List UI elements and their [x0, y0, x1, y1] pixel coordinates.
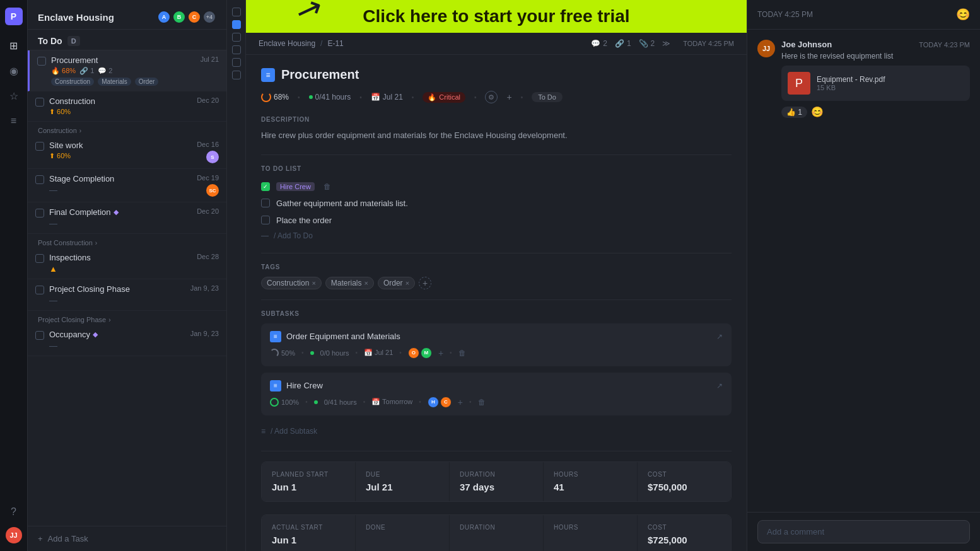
task-item-inspections[interactable]: Inspections ▲ Dec 28: [28, 248, 226, 279]
d-col-checkbox-2[interactable]: [232, 20, 241, 29]
attachment-thumb-0: P: [788, 72, 810, 95]
project-name: Enclave Housing: [38, 12, 114, 23]
detail-progress: 68%: [261, 92, 289, 102]
subtask-add-1[interactable]: +: [458, 397, 463, 407]
comment-input[interactable]: [757, 520, 970, 543]
nav-help-icon[interactable]: ?: [4, 502, 24, 522]
expand-icon[interactable]: ≫: [662, 39, 670, 48]
subtask-del-1[interactable]: 🗑: [478, 398, 486, 407]
duration-value: 37 days: [460, 482, 533, 492]
tag-construction[interactable]: Construction: [51, 78, 94, 86]
tag-materials[interactable]: Materials: [98, 78, 131, 86]
add-todo-placeholder[interactable]: / Add To Do: [274, 231, 313, 240]
tag-close-construction[interactable]: ×: [312, 279, 315, 287]
attachment-card-0[interactable]: P Equipment - Rev.pdf 15 KB: [781, 66, 970, 101]
task-checkbox-occupancy[interactable]: [35, 331, 44, 340]
tag-add-button[interactable]: +: [419, 277, 431, 289]
add-todo-row[interactable]: — / Add To Do: [261, 229, 732, 243]
subtask-progress-1: 100%: [270, 398, 299, 407]
nav-home-icon[interactable]: ⊞: [4, 35, 24, 55]
reaction-thumbsup[interactable]: 👍 1: [781, 107, 807, 118]
todo-list: ✓ Hire Crew 🗑 Gather equipment and mater…: [261, 178, 732, 243]
cta-banner[interactable]: ↗ Click here to start your free trial: [246, 0, 747, 33]
d-col-checkbox-5[interactable]: [232, 58, 241, 67]
comment-panel-header: TODAY 4:25 PM 😊: [747, 0, 980, 30]
todo-item-0: ✓ Hire Crew 🗑: [261, 178, 732, 195]
task-item-closing-phase[interactable]: Project Closing Phase — Jan 9, 23: [28, 279, 226, 311]
todo-check-2[interactable]: [261, 216, 270, 224]
task-checkbox-construction[interactable]: [35, 98, 44, 107]
todo-check-1[interactable]: [261, 199, 270, 207]
actual-cost-label: COST: [648, 524, 721, 531]
todo-list-label: TO DO LIST: [261, 165, 732, 172]
d-col-checkbox-1[interactable]: [232, 8, 241, 16]
avatar-3[interactable]: C: [187, 10, 201, 24]
cta-text[interactable]: Click here to start your free trial: [363, 6, 629, 26]
tag-order[interactable]: Order: [135, 78, 159, 86]
tag-order-item[interactable]: Order ×: [378, 277, 415, 289]
task-item-construction[interactable]: Construction ⬆ 60% Dec 20: [28, 91, 226, 122]
d-col-checkbox-4[interactable]: [232, 45, 241, 54]
task-detail-title: Procurement: [281, 67, 359, 82]
task-checkbox-stage[interactable]: [35, 175, 44, 184]
todo-check-0[interactable]: ✓: [261, 182, 270, 191]
actual-start-value: Jun 1: [272, 535, 345, 545]
closing-date: Jan 9, 23: [190, 284, 219, 292]
stat-actual-hours: HOURS: [544, 515, 637, 552]
subtask-external-1[interactable]: ↗: [716, 381, 723, 390]
add-subtask-row[interactable]: ≡ / Add Subtask: [261, 422, 732, 441]
task-checkbox-inspections[interactable]: [35, 254, 44, 263]
subtask-external-0[interactable]: ↗: [716, 332, 723, 341]
task-item-sitework[interactable]: Site work ⬆ 60% Dec 16 S: [28, 136, 226, 169]
status-badge[interactable]: To Do: [532, 92, 563, 102]
comment-panel-time: TODAY 4:25 PM: [757, 10, 813, 19]
cost-label: COST: [648, 471, 721, 478]
tag-construction-item[interactable]: Construction ×: [261, 277, 322, 289]
task-item-final-completion[interactable]: Final Completion ◆ — Dec 20: [28, 202, 226, 234]
app-logo[interactable]: P: [5, 8, 23, 25]
subtask-del-0[interactable]: 🗑: [458, 349, 466, 357]
todo-delete-0[interactable]: 🗑: [324, 182, 331, 191]
nav-star-icon[interactable]: ☆: [4, 86, 24, 106]
add-task-button[interactable]: + Add a Task: [28, 526, 226, 551]
view-toggle[interactable]: D: [67, 36, 80, 46]
occupancy-progress: —: [49, 341, 57, 351]
d-col-checkbox-6[interactable]: [232, 71, 241, 79]
duration-label: DURATION: [460, 471, 533, 478]
task-item-occupancy[interactable]: Occupancy ◆ — Jan 9, 23: [28, 325, 226, 356]
avatar-count[interactable]: +4: [202, 10, 216, 24]
emoji-button[interactable]: 😊: [956, 8, 970, 21]
attachment-size-0: 15 KB: [817, 84, 885, 91]
tag-close-materials[interactable]: ×: [365, 279, 368, 287]
nav-search-icon[interactable]: ◉: [4, 61, 24, 81]
avatar-2[interactable]: B: [172, 10, 186, 24]
plus-button[interactable]: +: [506, 92, 511, 102]
add-subtask-placeholder[interactable]: / Add Subtask: [271, 427, 317, 436]
tag-materials-item[interactable]: Materials ×: [325, 277, 374, 289]
panel-time: TODAY 4:25 PM: [683, 40, 734, 47]
avatar-1[interactable]: A: [157, 10, 171, 24]
gear-button[interactable]: ⚙: [485, 91, 498, 103]
nav-menu-icon[interactable]: ≡: [4, 111, 24, 131]
task-name-stage: Stage Completion: [49, 174, 192, 183]
task-checkbox-closing[interactable]: [35, 286, 44, 294]
d-col-checkbox-3[interactable]: [232, 33, 241, 42]
subtask-item-0: ≡ Order Equipment and Materials ↗ 50% • …: [261, 323, 732, 366]
breadcrumb-project[interactable]: Enclave Housing: [259, 39, 315, 48]
tags-label: TAGS: [261, 264, 732, 270]
tag-close-order[interactable]: ×: [405, 279, 409, 287]
task-item-procurement[interactable]: Procurement 🔥 68% 🔗 1 💬 2 Construction M…: [28, 50, 226, 91]
subtask-add-0[interactable]: +: [438, 348, 443, 358]
task-list-panel: Enclave Housing A B C +4 To Do D Procure…: [28, 0, 227, 551]
user-avatar[interactable]: JJ: [6, 527, 22, 543]
task-item-stage-completion[interactable]: Stage Completion — Dec 19 SC: [28, 169, 226, 202]
emoji-react-button[interactable]: 😊: [811, 106, 824, 118]
stage-date: Dec 19: [197, 174, 219, 182]
comment-header-0: Joe Johnson TODAY 4:23 PM: [781, 40, 970, 49]
task-name-occupancy: Occupancy ◆: [49, 330, 185, 339]
task-checkbox-procurement[interactable]: [37, 57, 46, 66]
task-checkbox-final[interactable]: [35, 209, 44, 218]
icon-sidebar: P ⊞ ◉ ☆ ≡ ? JJ: [0, 0, 28, 551]
link-count-badge: 🔗 1: [615, 39, 631, 48]
task-checkbox-sitework[interactable]: [35, 142, 44, 151]
